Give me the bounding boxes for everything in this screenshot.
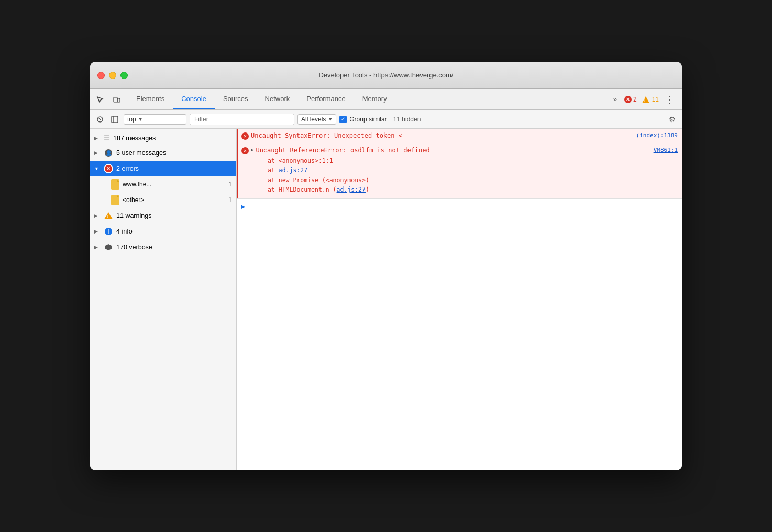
error-source-link[interactable]: VM861:1 xyxy=(654,147,678,153)
expand-arrow-icon: ▶ xyxy=(94,229,101,234)
error-message-text: Uncaught SyntaxError: Unexpected token < xyxy=(251,131,632,140)
group-similar-option: ✓ Group similar xyxy=(339,116,387,123)
expand-arrow-icon: ▶ xyxy=(94,245,101,250)
warning-icon: ! xyxy=(104,211,113,220)
more-tabs-button[interactable]: » xyxy=(610,95,620,103)
stack-link[interactable]: ad.js:27 xyxy=(279,167,307,174)
context-selector[interactable]: top ▼ xyxy=(124,114,186,125)
sidebar-item-label: 2 errors xyxy=(116,165,232,172)
sidebar-item-info[interactable]: ▶ i 4 info xyxy=(90,224,236,239)
console-prompt-row[interactable]: ▶ xyxy=(237,198,682,214)
svg-rect-0 xyxy=(114,97,117,102)
sidebar-item-errors[interactable]: ▼ ✕ 2 errors xyxy=(90,161,236,176)
prompt-arrow-icon: ▶ xyxy=(241,202,245,210)
sidebar-subitem-www[interactable]: www.the... 1 xyxy=(90,176,236,192)
console-sidebar: ▶ ☰ 187 messages ▶ 👤 5 user messages ▼ ✕ xyxy=(90,129,237,470)
sidebar-item-label: 170 verbose xyxy=(116,243,232,251)
sidebar-item-label: 11 warnings xyxy=(116,212,232,219)
svg-rect-1 xyxy=(117,98,120,102)
tab-sources[interactable]: Sources xyxy=(215,89,257,109)
sidebar-item-user-messages[interactable]: ▶ 👤 5 user messages xyxy=(90,145,236,161)
title-bar: Developer Tools - https://www.theverge.c… xyxy=(90,62,682,89)
console-entry-reference-error: ✕ ▶ Uncaught ReferenceError: osdlfm is n… xyxy=(237,143,682,198)
stack-line: at ad.js:27 xyxy=(263,165,369,175)
stack-trace: at <anonymous>:1:1 at ad.js:27 at new Pr… xyxy=(251,156,369,195)
main-content: ▶ ☰ 187 messages ▶ 👤 5 user messages ▼ ✕ xyxy=(90,129,682,470)
filter-input[interactable] xyxy=(190,114,294,125)
expand-triangle-icon[interactable]: ▶ xyxy=(251,147,253,152)
tab-memory[interactable]: Memory xyxy=(354,89,395,109)
sidebar-subitem-other[interactable]: <other> 1 xyxy=(90,192,236,208)
clear-console-button[interactable] xyxy=(94,114,106,125)
sidebar-toggle-button[interactable] xyxy=(109,114,120,125)
expand-arrow-icon: ▶ xyxy=(94,150,101,156)
file-icon xyxy=(111,179,119,190)
devtools-menu-button[interactable]: ⋮ xyxy=(663,94,677,105)
tab-console[interactable]: Console xyxy=(173,89,215,109)
svg-line-3 xyxy=(99,118,101,120)
error-count-badge[interactable]: ✕ 2 xyxy=(624,96,637,103)
chevron-down-icon: ▼ xyxy=(138,117,143,122)
toolbar-icons xyxy=(93,89,128,109)
error-entry-icon: ✕ xyxy=(241,132,249,140)
group-similar-checkbox[interactable]: ✓ xyxy=(339,116,347,123)
sidebar-item-all-messages[interactable]: ▶ ☰ 187 messages xyxy=(90,131,236,145)
sidebar-subitem-count: 1 xyxy=(228,196,232,204)
device-toolbar-button[interactable] xyxy=(110,93,124,106)
user-icon: 👤 xyxy=(104,148,113,158)
error-icon: ✕ xyxy=(624,96,632,103)
tab-elements[interactable]: Elements xyxy=(128,89,173,109)
expand-arrow-icon: ▶ xyxy=(94,213,101,218)
sidebar-subitem-label: www.the... xyxy=(123,181,225,188)
error-source-link[interactable]: (index):1389 xyxy=(636,132,678,139)
devtools-window: Developer Tools - https://www.theverge.c… xyxy=(90,62,682,470)
svg-rect-4 xyxy=(112,116,118,123)
chevron-down-icon: ▼ xyxy=(328,117,333,122)
console-entry-syntax-error: ✕ Uncaught SyntaxError: Unexpected token… xyxy=(237,129,682,143)
select-element-button[interactable] xyxy=(93,93,107,106)
stack-line: at <anonymous>:1:1 xyxy=(263,156,369,165)
minimize-button[interactable] xyxy=(109,72,116,79)
stack-line: at HTMLDocument.n (ad.js:27) xyxy=(263,185,369,194)
maximize-button[interactable] xyxy=(120,72,128,79)
traffic-lights xyxy=(97,72,128,79)
window-title: Developer Tools - https://www.theverge.c… xyxy=(319,71,454,79)
sidebar-item-warnings[interactable]: ▶ ! 11 warnings xyxy=(90,208,236,224)
sidebar-item-verbose[interactable]: ▶ 170 verbose xyxy=(90,239,236,255)
tab-network[interactable]: Network xyxy=(257,89,299,109)
main-toolbar: Elements Console Sources Network Perform… xyxy=(90,89,682,110)
verbose-icon xyxy=(104,242,113,252)
error-warning-counts: ✕ 2 ! 11 xyxy=(624,96,659,103)
toolbar-right: » ✕ 2 ! 11 ⋮ xyxy=(610,89,679,109)
console-toolbar: top ▼ All levels ▼ ✓ Group similar 11 hi… xyxy=(90,110,682,129)
info-icon: i xyxy=(104,227,113,236)
group-similar-label: Group similar xyxy=(349,116,387,123)
error-icon: ✕ xyxy=(104,164,113,173)
console-output: ✕ Uncaught SyntaxError: Unexpected token… xyxy=(237,129,682,470)
error-header-row: ✕ ▶ Uncaught ReferenceError: osdlfm is n… xyxy=(251,146,678,155)
warning-count-badge[interactable]: ! 11 xyxy=(642,96,659,103)
settings-button[interactable]: ⚙ xyxy=(666,114,678,125)
stack-link[interactable]: ad.js:27 xyxy=(337,186,366,193)
log-levels-selector[interactable]: All levels ▼ xyxy=(297,114,336,125)
expand-arrow-icon: ▼ xyxy=(94,166,101,171)
tab-performance[interactable]: Performance xyxy=(298,89,354,109)
svg-marker-6 xyxy=(105,244,112,250)
sidebar-subitem-count: 1 xyxy=(228,181,232,188)
hidden-count-badge: 11 hidden xyxy=(393,116,421,123)
close-button[interactable] xyxy=(97,72,105,79)
main-tabs: Elements Console Sources Network Perform… xyxy=(128,89,395,109)
error-message-text: Uncaught ReferenceError: osdlfm is not d… xyxy=(256,146,649,155)
expand-arrow-icon: ▶ xyxy=(94,136,101,141)
sidebar-subitem-label: <other> xyxy=(123,196,225,204)
sidebar-item-label: 5 user messages xyxy=(116,149,232,157)
error-entry-icon: ✕ xyxy=(241,147,249,154)
stack-line: at new Promise (<anonymous>) xyxy=(263,175,369,185)
file-icon xyxy=(111,195,119,205)
sidebar-item-label: 4 info xyxy=(116,228,232,235)
sidebar-item-label: 187 messages xyxy=(113,135,232,142)
list-icon: ☰ xyxy=(104,134,110,142)
